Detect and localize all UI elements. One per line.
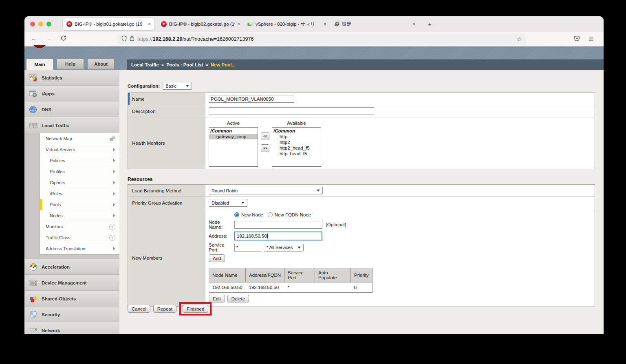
sidebar-item-security[interactable]: Security [24,307,119,322]
tab-main[interactable]: Main [26,59,53,70]
available-monitors-listbox[interactable]: /Common http http2 http2_head_f5 http_he… [272,127,321,167]
breadcrumb-local-traffic[interactable]: Local Traffic [131,62,159,67]
submenu-traffic-class[interactable]: Traffic Class + [40,232,119,243]
forward-icon[interactable]: → [46,35,52,42]
tab-bigip01[interactable]: f5 BIG-IP® - bigip01.gokatei.go (19 × [63,18,154,30]
minimize-window-button[interactable] [38,22,43,26]
tab-help[interactable]: Help [57,59,84,69]
cancel-button[interactable]: Cancel [128,305,150,313]
move-left-button[interactable]: << [261,132,269,140]
tab-about[interactable]: About [87,59,115,69]
submenu-profiles[interactable]: Profiles [40,166,119,177]
maximize-window-button[interactable] [46,22,51,26]
monitor-http[interactable]: http [272,134,321,139]
submenu-pools[interactable]: Pools [40,199,119,210]
reload-icon[interactable] [60,35,66,42]
move-right-button[interactable]: >> [261,144,269,152]
sidebar-item-local-traffic[interactable]: Local Traffic [24,117,119,133]
sidebar-item-dns[interactable]: DNS [24,101,119,117]
tab-settings[interactable]: 設定 × [330,18,419,30]
sidebar-item-iapps[interactable]: iApps [24,86,119,101]
add-button[interactable]: Add [209,254,225,262]
plus-circle-icon[interactable]: + [109,224,115,230]
monitor-http2-head-f5[interactable]: http2_head_f5 [272,145,321,151]
active-monitors-listbox[interactable]: /Common gateway_icmp [209,127,258,167]
member-row[interactable]: 192.168.50.50 192.168.50.50 * 0 [209,282,373,293]
chevron-right-icon[interactable] [113,247,115,250]
submenu-virtual-servers[interactable]: Virtual Servers [40,144,119,155]
repeat-button[interactable]: Repeat [153,305,176,313]
chevron-right-icon[interactable] [113,159,115,162]
new-node-radio[interactable] [234,212,239,217]
monitor-http-head-f5[interactable]: http_head_f5 [272,151,321,157]
close-tab-icon[interactable]: × [237,21,240,27]
bookmark-star-icon[interactable]: ☆ [516,36,522,42]
security-shield-icon [29,311,38,319]
submenu-irules[interactable]: iRules [40,188,119,199]
monitor-gateway-icmp[interactable]: gateway_icmp [209,134,258,139]
submenu-monitors[interactable]: Monitors + [40,221,119,232]
back-icon[interactable]: ← [31,35,37,42]
service-select[interactable]: * All Services [264,244,304,251]
plus-circle-icon[interactable]: + [109,235,115,241]
pocket-icon[interactable] [574,35,580,43]
submenu-address-translation[interactable]: Address Translation [40,243,119,254]
submenu-ciphers[interactable]: Ciphers [40,177,119,188]
sidebar-item-label: Local Traffic [42,123,69,128]
service-port-value: * [236,245,238,250]
load-balancing-row: Load Balancing Method Round Robin [128,185,595,197]
url-protocol: https:// [137,36,153,42]
sidebar-item-label: Acceleration [42,265,70,269]
edit-button[interactable]: Edit [209,295,225,302]
description-input[interactable] [209,107,374,115]
sidebar-item-shared-objects[interactable]: Shared Objects [24,291,119,307]
submenu-label: Network Map [46,136,72,141]
service-port-input[interactable]: * [234,244,261,251]
sidebar-item-acceleration[interactable]: Acceleration [24,259,119,275]
priority-group-select[interactable]: Disabled [209,199,247,207]
close-tab-icon[interactable]: × [324,21,326,27]
chevron-right-icon[interactable] [113,148,115,151]
browser-window: f5 BIG-IP® - bigip01.gokatei.go (19 × f5… [24,16,604,334]
chevron-right-icon[interactable] [113,192,115,195]
sidebar-item-network[interactable]: Network [24,322,119,334]
load-balancing-select[interactable]: Round Robin [209,187,323,194]
chevron-right-icon[interactable] [113,214,115,217]
sidebar-item-statistics[interactable]: Statistics [24,70,119,86]
submenu-policies[interactable]: Policies [40,155,119,166]
new-node-radio-label[interactable]: New Node [241,212,263,217]
monitor-http2[interactable]: http2 [272,139,321,145]
network-map-windows-icon[interactable] [110,137,115,141]
chevron-right-icon[interactable] [113,170,115,173]
chevron-right-icon[interactable] [113,181,115,184]
text-cursor [267,234,268,238]
delete-button[interactable]: Delete [227,295,249,302]
menu-icon[interactable]: ☰ [589,35,594,43]
node-name-input[interactable] [234,221,322,229]
breadcrumb-pool-list[interactable]: Pools : Pool List [166,62,203,67]
close-tab-icon[interactable]: × [148,21,151,27]
finished-button[interactable]: Finished [183,305,208,313]
tab-bigip02[interactable]: f5 BIG-IP® - bigip02.gokatei.go (19 × [157,18,244,30]
submenu-network-map[interactable]: Network Map [40,133,119,144]
new-fqdn-node-radio[interactable] [268,212,273,217]
sidebar-item-device-management[interactable]: Device Management [24,275,119,291]
close-tab-icon[interactable]: × [412,21,415,27]
configuration-select[interactable]: Basic [163,82,192,90]
chevron-right-icon[interactable] [113,203,115,206]
name-input[interactable]: POOL_MONITOR_VLAN0050 [209,95,294,103]
partition-header: /Common [209,128,258,134]
new-tab-button[interactable]: + [428,21,432,28]
address-input[interactable]: 192.168.50.50 [234,232,322,240]
submenu-nodes[interactable]: Nodes [40,210,119,221]
close-window-button[interactable] [30,22,35,26]
shield-icon[interactable] [121,35,127,43]
submenu-label: Monitors [46,224,63,229]
address-value: 192.168.50.50 [237,234,267,238]
new-fqdn-node-radio-label[interactable]: New FQDN Node [275,212,311,217]
col-auto-populate: Auto Populate [315,268,351,282]
tab-vsphere[interactable]: vSphere - 020-bigip - サマリ × [244,18,330,30]
load-balancing-value: Round Robin [212,188,238,193]
url-field[interactable]: https://192.168.2.20/xui/?nocache=162600… [117,33,526,45]
lock-icon[interactable] [130,35,134,43]
